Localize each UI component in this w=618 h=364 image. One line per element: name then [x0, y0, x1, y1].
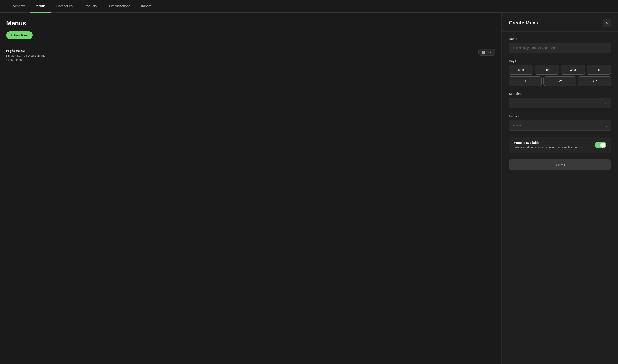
start-time-section: Start time --:-- -- ⌄ — [509, 92, 611, 108]
day-button-mon[interactable]: Mon — [509, 65, 533, 75]
end-time-section: End time --:-- -- ⌄ — [509, 114, 611, 130]
create-menu-header: Create Menu × — [502, 13, 618, 32]
page-title: Menus — [6, 20, 495, 27]
end-time-wrapper: --:-- -- ⌄ — [509, 120, 611, 130]
days-grid-row1: Mon Tue Wed Thu — [509, 65, 611, 75]
nav-item-categories[interactable]: Categories — [51, 0, 78, 13]
edit-label: Edit — [487, 51, 492, 54]
availability-toggle[interactable] — [595, 142, 606, 148]
menu-card-title: Night menu — [6, 49, 45, 52]
days-section: Days Mon Tue Wed Thu Fri Sat Sun — [509, 59, 611, 86]
day-button-wed[interactable]: Wed — [561, 65, 585, 75]
menu-card-info: Night menu Fri Mon Sat Tue Wed Sun Thu 1… — [6, 49, 45, 62]
day-button-sat[interactable]: Sat — [543, 76, 576, 86]
gear-icon — [482, 50, 485, 54]
days-grid-row2: Fri Sat Sun — [509, 76, 611, 86]
end-time-select[interactable]: --:-- -- — [509, 120, 611, 130]
day-button-sun[interactable]: Sun — [578, 76, 611, 86]
menu-card-header: Night menu Fri Mon Sat Tue Wed Sun Thu 1… — [6, 49, 495, 62]
day-button-thu[interactable]: Thu — [587, 65, 611, 75]
main-layout: Menus + New Menu Night menu Fri Mon Sat … — [0, 13, 618, 364]
nav-item-products[interactable]: Products — [78, 0, 102, 13]
toggle-title: Menu is available — [514, 141, 591, 145]
new-menu-button[interactable]: + New Menu — [6, 31, 33, 39]
menu-card: Night menu Fri Mon Sat Tue Wed Sun Thu 1… — [6, 45, 495, 65]
start-time-select[interactable]: --:-- -- — [509, 98, 611, 108]
start-time-label: Start time — [509, 92, 611, 96]
days-label: Days — [509, 59, 611, 63]
create-menu-body: Name Days Mon Tue Wed Thu Fri Sat Sun — [502, 32, 618, 176]
close-button[interactable]: × — [603, 19, 611, 27]
end-time-label: End time — [509, 114, 611, 118]
nav-item-customizations[interactable]: Customizations — [102, 0, 136, 13]
create-menu-title: Create Menu — [509, 20, 538, 26]
day-button-tue[interactable]: Tue — [535, 65, 559, 75]
menu-card-time: 15:00 - 03:00 — [6, 58, 45, 62]
new-menu-label: New Menu — [14, 34, 28, 37]
name-section: Name — [509, 37, 611, 53]
nav-item-menus[interactable]: Menus — [30, 0, 51, 13]
day-button-fri[interactable]: Fri — [509, 76, 542, 86]
toggle-description: Define whether or not customers can see … — [514, 145, 591, 149]
toggle-text-block: Menu is available Define whether or not … — [514, 141, 591, 149]
nav-item-import[interactable]: Import — [136, 0, 156, 13]
create-menu-panel: Create Menu × Name Days Mon Tue Wed Thu — [501, 13, 618, 364]
start-time-wrapper: --:-- -- ⌄ — [509, 98, 611, 108]
availability-toggle-section: Menu is available Define whether or not … — [509, 137, 611, 153]
menu-card-days: Fri Mon Sat Tue Wed Sun Thu — [6, 54, 45, 57]
edit-button[interactable]: Edit — [478, 49, 495, 55]
submit-button[interactable]: Submit — [509, 159, 611, 170]
toggle-slider — [595, 142, 606, 148]
plus-icon: + — [10, 33, 12, 37]
top-nav: Overview Menus Categories Products Custo… — [0, 0, 618, 13]
close-icon: × — [606, 21, 608, 25]
name-input[interactable] — [509, 43, 611, 53]
nav-item-overview[interactable]: Overview — [5, 0, 30, 13]
left-panel: Menus + New Menu Night menu Fri Mon Sat … — [0, 13, 501, 364]
name-label: Name — [509, 37, 611, 40]
